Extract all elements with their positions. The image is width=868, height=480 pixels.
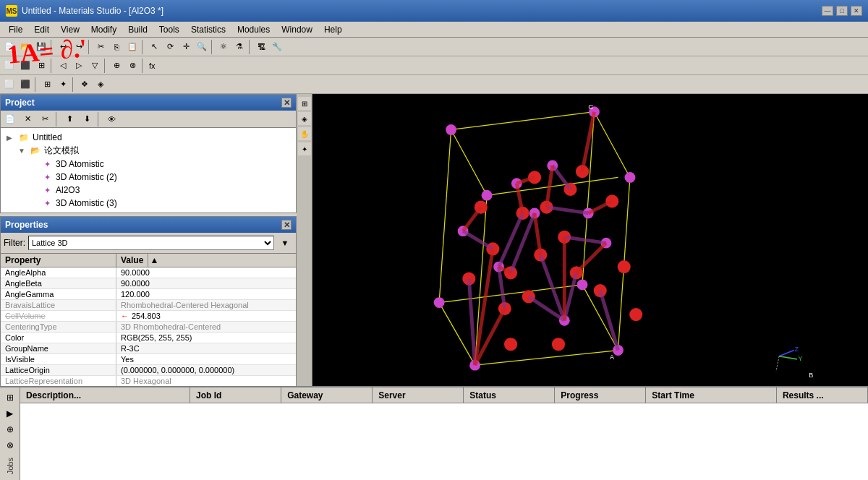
filter-arrow[interactable]: ▼ [277,235,293,251]
props-row[interactable]: ColorRGB(255, 255, 255) [1,333,296,343]
bond-btn[interactable]: ⚗ [231,39,247,55]
svg-point-19 [625,172,636,183]
menu-item-build[interactable]: Build [122,22,153,37]
minimize-button[interactable]: — [822,6,833,16]
jobs-icon-3[interactable]: ⊕ [3,422,17,436]
tb3-2[interactable]: ⬛ [17,77,33,93]
tb2-4[interactable]: ◁ [55,58,71,74]
project-title: Project [5,98,35,108]
tb3-5[interactable]: ❖ [77,77,93,93]
open-btn[interactable]: 📂 [17,39,33,55]
titlebar-controls: — □ ✕ [822,6,862,16]
props-cell-value: Yes [116,354,296,364]
props-row[interactable]: CellVolume←254.803 [1,311,296,322]
props-sort-btn[interactable]: ▲ [148,254,160,267]
menu-item-view[interactable]: View [55,22,85,37]
tree-item-root[interactable]: ▶ 📁 Untitled [5,131,292,144]
menu-item-window[interactable]: Window [276,22,318,37]
paste-btn[interactable]: 📋 [124,39,140,55]
jobs-col-server: Server [373,387,464,403]
build-btn[interactable]: 🏗 [253,39,269,55]
jobs-header: Description... Job Id Gateway Server Sta… [20,387,868,403]
tree-item-al2o3[interactable]: ✦ Al2O3 [28,184,292,197]
tb3-1[interactable]: ⬜ [1,77,17,93]
menu-item-modules[interactable]: Modules [231,22,276,37]
tb2-5[interactable]: ▷ [71,58,87,74]
maximize-button[interactable]: □ [836,6,848,16]
props-row[interactable]: AngleBeta90.0000 [1,278,296,289]
sep10 [72,77,75,92]
copy-btn[interactable]: ⎘ [109,39,124,55]
menu-item-help[interactable]: Help [318,22,348,37]
toolbar-1: 📄 📂 💾 ↩ ↪ ✂ ⎘ 📋 ↖ ⟳ ✛ 🔍 ⚛ ⚗ 🏗 🔧 [0,38,868,56]
tree-3d1-label: 3D Atomistic [56,159,104,169]
tb3-4[interactable]: ✦ [55,77,71,93]
tb3-3[interactable]: ⊞ [39,77,55,93]
props-cell-value: R-3C [116,343,296,353]
tb2-2[interactable]: ⬛ [17,58,33,74]
viewer-tb-3[interactable]: ✋ [298,127,311,140]
tb2-6[interactable]: ▽ [87,58,103,74]
props-cell-value: RGB(255, 255, 255) [116,333,296,343]
tb2-7[interactable]: ⊕ [109,58,124,74]
props-row[interactable]: AngleGamma120.000 [1,289,296,300]
project-close-button[interactable]: ✕ [281,98,292,108]
jobs-icon-2[interactable]: ▶ [3,406,17,420]
properties-title: Properties [5,220,48,230]
select-btn[interactable]: ↖ [146,39,162,55]
tree-item-3d1[interactable]: ✦ 3D Atomistic [28,158,292,171]
3d-viewer[interactable]: C Z Y A B ⊞ ◈ ✋ ✦ [297,94,868,386]
atom-btn[interactable]: ⚛ [216,39,231,55]
jobs-icon-1[interactable]: ⊞ [3,390,17,404]
jobs-label[interactable]: Jobs [6,455,14,477]
close-button[interactable]: ✕ [851,6,862,16]
proj-import[interactable]: ⬆ [61,111,77,127]
menu-item-edit[interactable]: Edit [28,22,55,37]
svg-point-48 [629,308,642,321]
jobs-icon-4[interactable]: ⊗ [3,439,17,453]
tb3-6[interactable]: ◈ [93,77,109,93]
expand-folder: ▼ [18,147,27,155]
translate-btn[interactable]: ✛ [178,39,194,55]
props-row[interactable]: LatticeRepresentation3D Hexagonal [1,376,296,386]
project-tree: ▶ 📁 Untitled ▼ 📂 论文模拟 [1,128,296,213]
props-row[interactable]: LatticeOrigin(0.000000, 0.000000, 0.0000… [1,365,296,376]
proj-view[interactable]: 👁 [103,111,119,127]
props-row[interactable]: CenteringType3D Rhombohedral-Centered [1,322,296,333]
tb2-1[interactable]: ⬜ [1,58,17,74]
undo-btn[interactable]: ↩ [55,39,71,55]
rotate-btn[interactable]: ⟳ [162,39,178,55]
menu-item-statistics[interactable]: Statistics [185,22,231,37]
viewer-tb-2[interactable]: ◈ [298,112,311,125]
new-btn[interactable]: 📄 [1,39,17,55]
props-row[interactable]: IsVisibleYes [1,354,296,365]
redo-btn[interactable]: ↪ [71,39,87,55]
tb2-3[interactable]: ⊞ [33,58,49,74]
zoom-btn[interactable]: 🔍 [194,39,210,55]
tree-item-3d3[interactable]: ✦ 3D Atomistic (3) [28,197,292,210]
filter-select[interactable]: Lattice 3D [28,236,274,250]
sep9 [35,77,38,92]
props-row[interactable]: BravaisLatticeRhombohedral-Centered Hexa… [1,300,296,311]
project-panel: Project ✕ 📄 ✕ ✂ ⬆ ⬇ 👁 ▶ [0,94,297,213]
viewer-tb-4[interactable]: ✦ [298,142,311,155]
cut-btn[interactable]: ✂ [93,39,109,55]
viewer-tb-1[interactable]: ⊞ [298,97,311,110]
menu-item-file[interactable]: File [3,22,28,37]
properties-close-button[interactable]: ✕ [281,220,292,230]
proj-export[interactable]: ⬇ [79,111,95,127]
menu-item-modify[interactable]: Modify [85,22,122,37]
save-btn[interactable]: 💾 [33,39,49,55]
bottom-area: ⊞ ▶ ⊕ ⊗ Jobs Description... Job Id Gatew… [0,386,868,480]
proj-del[interactable]: ✕ [20,111,35,127]
tree-item-3d2[interactable]: ✦ 3D Atomistic (2) [28,171,292,184]
tree-item-folder[interactable]: ▼ 📂 论文模拟 [17,144,292,158]
proj-cut[interactable]: ✂ [37,111,53,127]
tb2-8[interactable]: ⊗ [124,58,140,74]
svg-point-47 [504,338,517,351]
tools-btn[interactable]: 🔧 [269,39,285,55]
proj-new[interactable]: 📄 [2,111,18,127]
props-row[interactable]: AngleAlpha90.0000 [1,267,296,278]
menu-item-tools[interactable]: Tools [153,22,185,37]
props-row[interactable]: GroupNameR-3C [1,343,296,354]
